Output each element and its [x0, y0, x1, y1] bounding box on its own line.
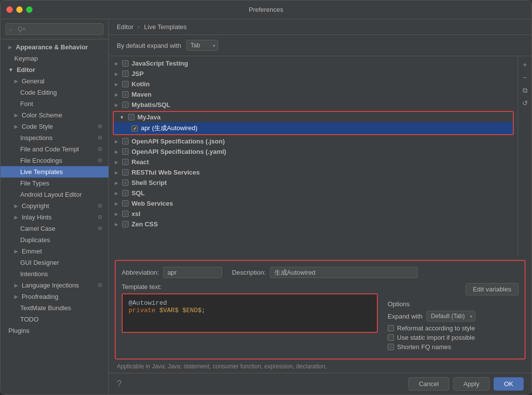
template-group-web-services[interactable]: ▶ Web Services — [109, 198, 518, 209]
checkbox-mybatis[interactable] — [122, 102, 129, 108]
checkbox-kotlin[interactable] — [122, 81, 129, 87]
sidebar-item-duplicates[interactable]: Duplicates — [0, 234, 108, 246]
code-line-2: private $VAR$ $END$; — [129, 307, 371, 314]
static-import-checkbox[interactable] — [388, 334, 394, 341]
sidebar-item-copyright[interactable]: ▶ Copyright ⚙ — [0, 200, 108, 212]
reformat-checkbox[interactable] — [388, 325, 394, 331]
checkbox-sql[interactable] — [122, 190, 129, 196]
ok-button[interactable]: OK — [494, 377, 524, 391]
template-group-mybatis[interactable]: ▶ Mybatis/SQL — [109, 100, 518, 110]
checkbox-restful[interactable] — [122, 169, 129, 176]
right-panel: Editor › Live Templates By default expan… — [109, 19, 532, 395]
sidebar-item-intentions[interactable]: Intentions — [0, 268, 108, 280]
sidebar-item-appearance[interactable]: ▶ Appearance & Behavior — [0, 41, 108, 53]
template-group-zen-css[interactable]: ▶ Zen CSS — [109, 219, 518, 229]
template-code-editor[interactable]: @Autowired private $VAR$ $END$; — [122, 293, 378, 333]
abbreviation-input[interactable] — [163, 267, 222, 278]
breadcrumb-editor: Editor — [117, 23, 133, 31]
cancel-button[interactable]: Cancel — [408, 377, 449, 391]
sidebar-item-label: GUI Designer — [20, 259, 59, 266]
checkbox-maven[interactable] — [122, 91, 129, 98]
close-button[interactable] — [6, 6, 13, 13]
template-group-openapi-json[interactable]: ▶ OpenAPI Specifications (.json) — [109, 136, 518, 146]
template-list: ▶ JavaScript Testing ▶ JSP ▶ Kotlin — [109, 56, 518, 256]
expand-with-select[interactable]: Tab Enter Space — [186, 40, 218, 51]
template-group-jsp[interactable]: ▶ JSP — [109, 69, 518, 79]
template-group-myjava[interactable]: ▼ MyJava — [114, 112, 513, 122]
arrow-icon: ▶ — [115, 103, 118, 108]
sidebar-item-font[interactable]: Font — [0, 98, 108, 109]
template-group-shell[interactable]: ▶ Shell Script — [109, 178, 518, 188]
sidebar-item-file-types[interactable]: File Types — [0, 178, 108, 189]
template-group-sql[interactable]: ▶ SQL — [109, 188, 518, 198]
help-button[interactable]: ? — [117, 379, 122, 389]
maximize-button[interactable] — [26, 6, 33, 13]
checkbox-xsl[interactable] — [122, 211, 129, 217]
options-section: Options Expand with Default (Tab) Tab En… — [388, 300, 519, 353]
template-group-openapi-yaml[interactable]: ▶ OpenAPI Specifications (.yaml) — [109, 146, 518, 157]
template-group-js-testing[interactable]: ▶ JavaScript Testing — [109, 58, 518, 69]
sidebar-item-gui-designer[interactable]: GUI Designer — [0, 257, 108, 268]
remove-template-button[interactable]: − — [520, 72, 531, 83]
sidebar-item-color-scheme[interactable]: ▶ Color Scheme — [0, 109, 108, 121]
checkbox-js-testing[interactable] — [122, 60, 129, 67]
group-label: React — [132, 158, 149, 166]
sidebar-item-file-code-templ[interactable]: File and Code Templ ⚙ — [0, 144, 108, 155]
breadcrumb-live-templates: Live Templates — [144, 23, 187, 31]
template-group-kotlin[interactable]: ▶ Kotlin — [109, 79, 518, 89]
code-var2: $END$ — [182, 307, 201, 314]
checkbox-myjava[interactable] — [128, 114, 134, 120]
add-template-button[interactable]: + — [520, 59, 531, 70]
reset-template-button[interactable]: ↺ — [520, 98, 531, 108]
sidebar-item-label: TextMate Bundles — [20, 304, 71, 312]
sidebar-item-code-editing[interactable]: Code Editing — [0, 87, 108, 98]
sidebar-item-inspections[interactable]: Inspections ⚙ — [0, 132, 108, 144]
sidebar-item-live-templates[interactable]: Live Templates — [0, 166, 108, 178]
checkbox-apr[interactable] — [132, 125, 138, 132]
edit-variables-button[interactable]: Edit variables — [466, 283, 519, 295]
template-group-restful[interactable]: ▶ RESTful Web Services — [109, 167, 518, 178]
sidebar-item-proofreading[interactable]: ▶ Proofreading — [0, 291, 108, 302]
sidebar-item-editor[interactable]: ▼ Editor — [0, 64, 108, 75]
checkbox-shell[interactable] — [122, 180, 129, 186]
sidebar-item-language-injections[interactable]: ▶ Language Injections ⚙ — [0, 280, 108, 291]
group-label: SQL — [132, 189, 145, 197]
expand-with-label: Expand with — [388, 313, 423, 320]
sidebar-item-inlay-hints[interactable]: ▶ Inlay Hints ⚙ — [0, 212, 108, 223]
checkbox-openapi-yaml[interactable] — [122, 148, 129, 155]
template-group-react[interactable]: ▶ React — [109, 157, 518, 167]
checkbox-web-services[interactable] — [122, 200, 129, 207]
sidebar-item-keymap[interactable]: Keymap — [0, 53, 108, 64]
copy-template-button[interactable]: ⧉ — [520, 85, 531, 96]
apply-button[interactable]: Apply — [453, 377, 490, 391]
search-input[interactable] — [5, 23, 103, 35]
code-line-1: @Autowired — [129, 299, 371, 307]
shorten-fq-checkbox[interactable] — [388, 344, 394, 350]
sidebar-item-camel-case[interactable]: Camel Case ⚙ — [0, 223, 108, 234]
sidebar-item-todo[interactable]: TODO — [0, 314, 108, 325]
sidebar-item-label: File and Code Templ — [20, 145, 79, 153]
sidebar-item-textmate-bundles[interactable]: TextMate Bundles — [0, 302, 108, 314]
group-label: Mybatis/SQL — [132, 101, 170, 108]
sidebar-item-label: File Types — [20, 180, 49, 187]
checkbox-jsp[interactable] — [122, 71, 129, 77]
sidebar-item-emmet[interactable]: ▶ Emmet — [0, 246, 108, 257]
checkbox-zen-css[interactable] — [122, 221, 129, 227]
description-input[interactable] — [270, 267, 418, 278]
sidebar-item-file-encodings[interactable]: File Encodings ⚙ — [0, 155, 108, 166]
static-import-checkbox-row: Use static import if possible — [388, 334, 519, 341]
template-group-xsl[interactable]: ▶ xsl — [109, 209, 518, 219]
expand-with-detail-select[interactable]: Default (Tab) Tab Enter Space — [427, 311, 475, 322]
code-semicolon: ; — [201, 307, 205, 314]
abbreviation-description-row: Abbreviation: Description: — [122, 267, 519, 278]
sidebar-item-general[interactable]: ▶ General — [0, 75, 108, 87]
minimize-button[interactable] — [16, 6, 23, 13]
template-item-apr[interactable]: apr (生成Autowired) — [114, 122, 513, 134]
sidebar-item-plugins[interactable]: Plugins — [0, 325, 108, 336]
sidebar-item-code-style[interactable]: ▶ Code Style ⚙ — [0, 121, 108, 132]
checkbox-openapi-json[interactable] — [122, 138, 129, 144]
arrow-icon: ▶ — [14, 112, 18, 118]
checkbox-react[interactable] — [122, 159, 129, 165]
template-group-maven[interactable]: ▶ Maven — [109, 89, 518, 100]
sidebar-item-android-layout[interactable]: Android Layout Editor — [0, 189, 108, 200]
